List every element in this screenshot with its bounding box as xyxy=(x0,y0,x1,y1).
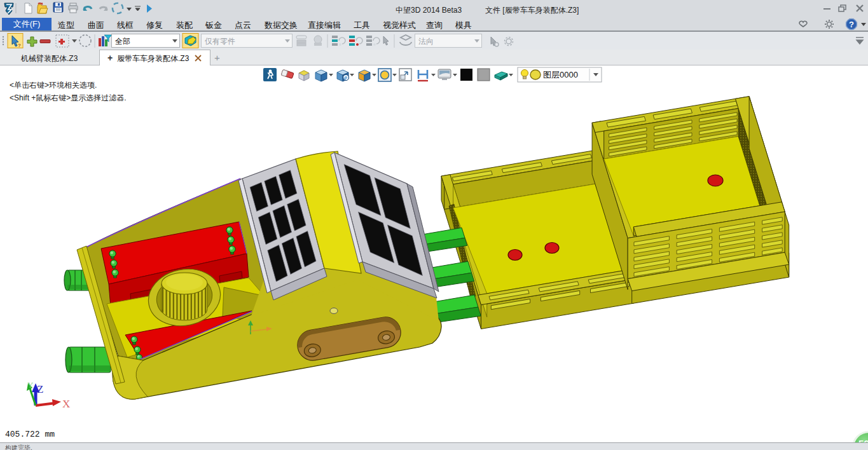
svg-text:Z: Z xyxy=(37,383,43,395)
svg-text:X: X xyxy=(62,398,70,410)
svg-text:图层0000: 图层0000 xyxy=(543,70,578,79)
svg-text:Y: Y xyxy=(27,380,34,390)
